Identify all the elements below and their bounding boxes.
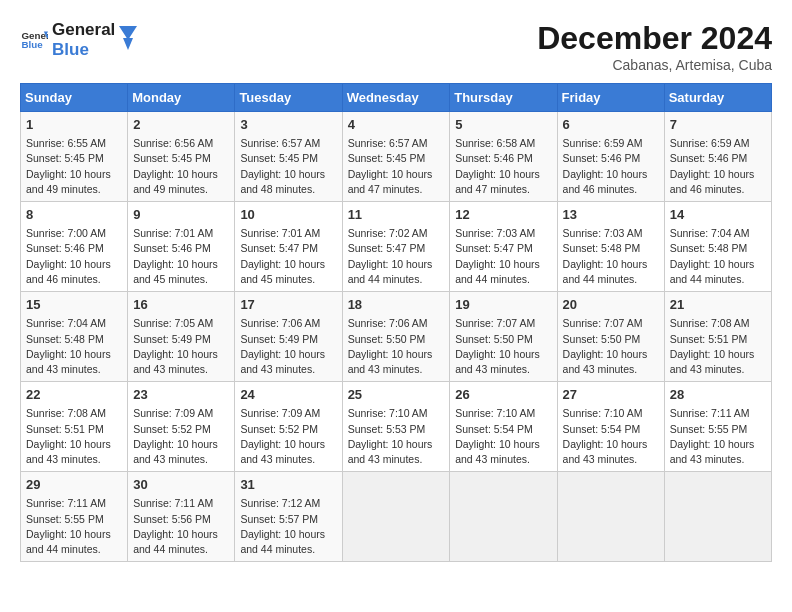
calendar-cell: 26Sunrise: 7:10 AMSunset: 5:54 PMDayligh…	[450, 382, 557, 472]
day-info: Sunrise: 7:03 AMSunset: 5:48 PMDaylight:…	[563, 226, 659, 287]
day-number: 15	[26, 296, 122, 314]
calendar-cell: 28Sunrise: 7:11 AMSunset: 5:55 PMDayligh…	[664, 382, 771, 472]
day-number: 2	[133, 116, 229, 134]
day-number: 30	[133, 476, 229, 494]
calendar-cell: 22Sunrise: 7:08 AMSunset: 5:51 PMDayligh…	[21, 382, 128, 472]
weekday-header: Monday	[128, 84, 235, 112]
calendar-cell: 16Sunrise: 7:05 AMSunset: 5:49 PMDayligh…	[128, 292, 235, 382]
day-number: 3	[240, 116, 336, 134]
calendar-cell: 23Sunrise: 7:09 AMSunset: 5:52 PMDayligh…	[128, 382, 235, 472]
day-number: 29	[26, 476, 122, 494]
calendar-cell: 13Sunrise: 7:03 AMSunset: 5:48 PMDayligh…	[557, 202, 664, 292]
day-info: Sunrise: 7:09 AMSunset: 5:52 PMDaylight:…	[240, 406, 336, 467]
day-info: Sunrise: 7:12 AMSunset: 5:57 PMDaylight:…	[240, 496, 336, 557]
month-title: December 2024	[537, 20, 772, 57]
calendar-cell: 10Sunrise: 7:01 AMSunset: 5:47 PMDayligh…	[235, 202, 342, 292]
calendar-cell	[450, 472, 557, 562]
calendar-week-row: 1Sunrise: 6:55 AMSunset: 5:45 PMDaylight…	[21, 112, 772, 202]
calendar-week-row: 15Sunrise: 7:04 AMSunset: 5:48 PMDayligh…	[21, 292, 772, 382]
day-number: 13	[563, 206, 659, 224]
day-number: 22	[26, 386, 122, 404]
svg-text:Blue: Blue	[21, 40, 43, 51]
day-number: 6	[563, 116, 659, 134]
calendar-cell	[557, 472, 664, 562]
day-info: Sunrise: 7:06 AMSunset: 5:50 PMDaylight:…	[348, 316, 445, 377]
calendar-cell: 12Sunrise: 7:03 AMSunset: 5:47 PMDayligh…	[450, 202, 557, 292]
title-block: December 2024 Cabanas, Artemisa, Cuba	[537, 20, 772, 73]
day-number: 18	[348, 296, 445, 314]
calendar-cell: 29Sunrise: 7:11 AMSunset: 5:55 PMDayligh…	[21, 472, 128, 562]
logo: General Blue General Blue	[20, 20, 137, 61]
weekday-header: Friday	[557, 84, 664, 112]
day-info: Sunrise: 7:11 AMSunset: 5:55 PMDaylight:…	[670, 406, 766, 467]
day-number: 16	[133, 296, 229, 314]
day-info: Sunrise: 7:01 AMSunset: 5:47 PMDaylight:…	[240, 226, 336, 287]
calendar-cell: 31Sunrise: 7:12 AMSunset: 5:57 PMDayligh…	[235, 472, 342, 562]
calendar-cell: 25Sunrise: 7:10 AMSunset: 5:53 PMDayligh…	[342, 382, 450, 472]
svg-marker-4	[119, 26, 137, 40]
page-header: General Blue General Blue December 2024 …	[20, 20, 772, 73]
calendar-cell: 5Sunrise: 6:58 AMSunset: 5:46 PMDaylight…	[450, 112, 557, 202]
day-number: 26	[455, 386, 551, 404]
day-info: Sunrise: 6:55 AMSunset: 5:45 PMDaylight:…	[26, 136, 122, 197]
day-info: Sunrise: 7:02 AMSunset: 5:47 PMDaylight:…	[348, 226, 445, 287]
day-info: Sunrise: 7:01 AMSunset: 5:46 PMDaylight:…	[133, 226, 229, 287]
calendar-cell: 8Sunrise: 7:00 AMSunset: 5:46 PMDaylight…	[21, 202, 128, 292]
logo-arrow-icon	[119, 26, 137, 54]
calendar-cell: 7Sunrise: 6:59 AMSunset: 5:46 PMDaylight…	[664, 112, 771, 202]
day-number: 27	[563, 386, 659, 404]
logo-blue: Blue	[52, 40, 115, 60]
day-number: 19	[455, 296, 551, 314]
calendar-header-row: SundayMondayTuesdayWednesdayThursdayFrid…	[21, 84, 772, 112]
day-info: Sunrise: 7:08 AMSunset: 5:51 PMDaylight:…	[26, 406, 122, 467]
calendar-cell	[664, 472, 771, 562]
day-info: Sunrise: 6:57 AMSunset: 5:45 PMDaylight:…	[240, 136, 336, 197]
day-number: 20	[563, 296, 659, 314]
calendar-table: SundayMondayTuesdayWednesdayThursdayFrid…	[20, 83, 772, 562]
day-info: Sunrise: 7:04 AMSunset: 5:48 PMDaylight:…	[670, 226, 766, 287]
calendar-cell: 4Sunrise: 6:57 AMSunset: 5:45 PMDaylight…	[342, 112, 450, 202]
logo-general: General	[52, 20, 115, 40]
day-number: 12	[455, 206, 551, 224]
calendar-cell: 14Sunrise: 7:04 AMSunset: 5:48 PMDayligh…	[664, 202, 771, 292]
day-number: 4	[348, 116, 445, 134]
weekday-header: Tuesday	[235, 84, 342, 112]
day-number: 31	[240, 476, 336, 494]
calendar-cell: 15Sunrise: 7:04 AMSunset: 5:48 PMDayligh…	[21, 292, 128, 382]
day-info: Sunrise: 7:10 AMSunset: 5:53 PMDaylight:…	[348, 406, 445, 467]
weekday-header: Saturday	[664, 84, 771, 112]
calendar-cell: 20Sunrise: 7:07 AMSunset: 5:50 PMDayligh…	[557, 292, 664, 382]
weekday-header: Thursday	[450, 84, 557, 112]
calendar-cell: 27Sunrise: 7:10 AMSunset: 5:54 PMDayligh…	[557, 382, 664, 472]
day-info: Sunrise: 7:03 AMSunset: 5:47 PMDaylight:…	[455, 226, 551, 287]
logo-icon: General Blue	[20, 26, 48, 54]
calendar-cell: 6Sunrise: 6:59 AMSunset: 5:46 PMDaylight…	[557, 112, 664, 202]
day-number: 28	[670, 386, 766, 404]
day-number: 17	[240, 296, 336, 314]
day-info: Sunrise: 7:06 AMSunset: 5:49 PMDaylight:…	[240, 316, 336, 377]
calendar-cell	[342, 472, 450, 562]
day-info: Sunrise: 6:58 AMSunset: 5:46 PMDaylight:…	[455, 136, 551, 197]
location-subtitle: Cabanas, Artemisa, Cuba	[537, 57, 772, 73]
weekday-header: Sunday	[21, 84, 128, 112]
day-info: Sunrise: 7:08 AMSunset: 5:51 PMDaylight:…	[670, 316, 766, 377]
calendar-cell: 3Sunrise: 6:57 AMSunset: 5:45 PMDaylight…	[235, 112, 342, 202]
day-info: Sunrise: 6:59 AMSunset: 5:46 PMDaylight:…	[670, 136, 766, 197]
calendar-cell: 19Sunrise: 7:07 AMSunset: 5:50 PMDayligh…	[450, 292, 557, 382]
calendar-cell: 18Sunrise: 7:06 AMSunset: 5:50 PMDayligh…	[342, 292, 450, 382]
calendar-week-row: 29Sunrise: 7:11 AMSunset: 5:55 PMDayligh…	[21, 472, 772, 562]
day-number: 7	[670, 116, 766, 134]
day-info: Sunrise: 7:11 AMSunset: 5:56 PMDaylight:…	[133, 496, 229, 557]
day-number: 11	[348, 206, 445, 224]
svg-marker-5	[123, 38, 133, 50]
day-info: Sunrise: 7:04 AMSunset: 5:48 PMDaylight:…	[26, 316, 122, 377]
day-info: Sunrise: 6:59 AMSunset: 5:46 PMDaylight:…	[563, 136, 659, 197]
day-number: 24	[240, 386, 336, 404]
day-number: 5	[455, 116, 551, 134]
calendar-cell: 24Sunrise: 7:09 AMSunset: 5:52 PMDayligh…	[235, 382, 342, 472]
day-info: Sunrise: 7:11 AMSunset: 5:55 PMDaylight:…	[26, 496, 122, 557]
day-number: 14	[670, 206, 766, 224]
calendar-cell: 2Sunrise: 6:56 AMSunset: 5:45 PMDaylight…	[128, 112, 235, 202]
day-info: Sunrise: 7:07 AMSunset: 5:50 PMDaylight:…	[455, 316, 551, 377]
day-number: 1	[26, 116, 122, 134]
